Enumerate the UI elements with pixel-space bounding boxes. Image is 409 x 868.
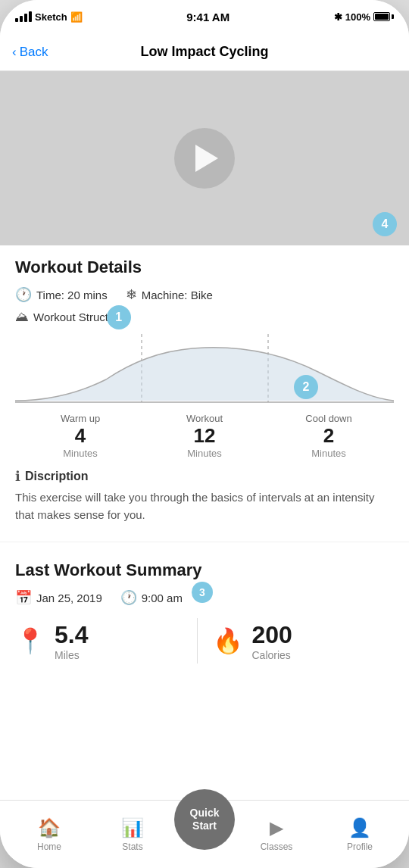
wifi-icon: 📶 bbox=[70, 11, 83, 23]
badge-4: 4 bbox=[373, 212, 397, 236]
time-icon: 🕐 bbox=[120, 589, 137, 606]
chart-labels: Warm up 4 Minutes Workout 12 Minutes Coo… bbox=[15, 413, 394, 459]
nav-stats[interactable]: 📊 Stats bbox=[91, 817, 174, 852]
workout-label: Workout 12 Minutes bbox=[142, 413, 267, 459]
description-header: ℹ Discription bbox=[15, 468, 394, 485]
status-left: Sketch 📶 bbox=[15, 11, 83, 23]
status-bar: Sketch 📶 9:41 AM ✱ 100% bbox=[0, 0, 409, 33]
miles-stat: 📍 5.4 Miles bbox=[15, 621, 197, 661]
structure-detail: ⛰ Workout Structure 1 bbox=[15, 309, 125, 325]
structure-row: ⛰ Workout Structure 1 bbox=[15, 309, 394, 325]
phone-frame: Sketch 📶 9:41 AM ✱ 100% ‹ Back Low Impac… bbox=[0, 0, 409, 868]
status-time: 9:41 AM bbox=[186, 11, 229, 23]
quick-start-button[interactable]: QuickStart bbox=[174, 789, 235, 850]
structure-icon: ⛰ bbox=[15, 309, 29, 325]
nav-home[interactable]: 🏠 Home bbox=[8, 817, 91, 852]
home-icon: 🏠 bbox=[38, 817, 61, 838]
time-value: 9:00 am bbox=[142, 592, 183, 604]
signal-icon bbox=[15, 11, 32, 22]
badge-2: 2 bbox=[294, 375, 318, 399]
time-label: Time: 20 mins bbox=[36, 289, 108, 301]
profile-label: Profile bbox=[347, 841, 373, 852]
back-button[interactable]: ‹ Back bbox=[12, 45, 48, 60]
info-icon: ℹ bbox=[15, 468, 20, 485]
quick-start-label: QuickStart bbox=[190, 807, 220, 832]
calories-values: 200 Calories bbox=[252, 621, 292, 661]
time-detail-summary: 🕐 9:00 am 3 bbox=[120, 589, 183, 606]
clock-icon: 🕐 bbox=[15, 286, 32, 303]
warmup-label: Warm up 4 Minutes bbox=[18, 413, 142, 459]
description-title: Discription bbox=[25, 470, 89, 483]
status-right: ✱ 100% bbox=[334, 11, 394, 23]
classes-icon: ▶ bbox=[270, 817, 283, 838]
battery-icon bbox=[373, 12, 394, 21]
back-label: Back bbox=[20, 45, 48, 60]
page-title: Low Impact Cycling bbox=[140, 44, 268, 60]
nav-bar: ‹ Back Low Impact Cycling bbox=[0, 33, 409, 71]
profile-icon: 👤 bbox=[348, 817, 371, 838]
miles-values: 5.4 Miles bbox=[55, 621, 88, 661]
scroll-content: 4 Workout Details 🕐 Time: 20 mins ❄ Mach… bbox=[0, 71, 409, 800]
last-workout-section: Last Workout Summary 📅 Jan 25, 2019 🕐 9:… bbox=[0, 548, 409, 676]
play-button[interactable] bbox=[174, 128, 235, 189]
cooldown-label: Cool down 2 Minutes bbox=[267, 413, 391, 459]
play-icon bbox=[195, 145, 218, 172]
badge-3: 3 bbox=[192, 582, 213, 603]
calories-number: 200 bbox=[252, 621, 292, 649]
calories-unit: Calories bbox=[252, 649, 292, 661]
bottom-spacer bbox=[0, 676, 409, 691]
chart-area: 2 bbox=[15, 334, 394, 410]
calendar-icon: 📅 bbox=[15, 589, 32, 606]
date-time-row: 📅 Jan 25, 2019 🕐 9:00 am 3 bbox=[15, 589, 394, 606]
badge-1: 1 bbox=[107, 305, 131, 329]
workout-details-title: Workout Details bbox=[15, 258, 394, 277]
stats-icon: 📊 bbox=[121, 817, 144, 838]
miles-number: 5.4 bbox=[55, 621, 88, 649]
workout-chart: 2 Warm up 4 Minutes Workout 12 Minutes bbox=[15, 334, 394, 459]
description-section: ℹ Discription This exercise will take yo… bbox=[15, 468, 394, 523]
section-divider bbox=[0, 542, 409, 542]
battery-percent: 100% bbox=[345, 11, 370, 23]
bottom-nav: 🏠 Home 📊 Stats QuickStart ▶ Classes 👤 Pr… bbox=[0, 800, 409, 868]
machine-icon: ❄ bbox=[126, 286, 137, 303]
home-label: Home bbox=[37, 841, 61, 852]
machine-label: Machine: Bike bbox=[142, 289, 213, 301]
video-area[interactable]: 4 bbox=[0, 71, 409, 245]
carrier-label: Sketch bbox=[35, 11, 67, 23]
time-detail: 🕐 Time: 20 mins bbox=[15, 286, 108, 303]
nav-classes[interactable]: ▶ Classes bbox=[235, 817, 318, 852]
location-icon: 📍 bbox=[15, 626, 45, 655]
date-detail: 📅 Jan 25, 2019 bbox=[15, 589, 102, 606]
description-text: This exercise will take you through the … bbox=[15, 489, 394, 523]
machine-detail: ❄ Machine: Bike bbox=[126, 286, 213, 303]
time-machine-row: 🕐 Time: 20 mins ❄ Machine: Bike bbox=[15, 286, 394, 303]
miles-unit: Miles bbox=[55, 649, 88, 661]
workout-details-section: Workout Details 🕐 Time: 20 mins ❄ Machin… bbox=[0, 245, 409, 535]
chart-svg bbox=[15, 334, 394, 410]
fire-icon: 🔥 bbox=[213, 626, 243, 655]
last-workout-title: Last Workout Summary bbox=[15, 560, 394, 580]
bluetooth-icon: ✱ bbox=[334, 11, 342, 23]
stats-row: 📍 5.4 Miles 🔥 200 Calories bbox=[15, 618, 394, 663]
classes-label: Classes bbox=[261, 841, 293, 852]
calories-stat: 🔥 200 Calories bbox=[198, 621, 395, 661]
stats-label: Stats bbox=[122, 841, 142, 852]
nav-profile[interactable]: 👤 Profile bbox=[318, 817, 401, 852]
chevron-left-icon: ‹ bbox=[12, 45, 17, 60]
date-label: Jan 25, 2019 bbox=[36, 592, 102, 604]
